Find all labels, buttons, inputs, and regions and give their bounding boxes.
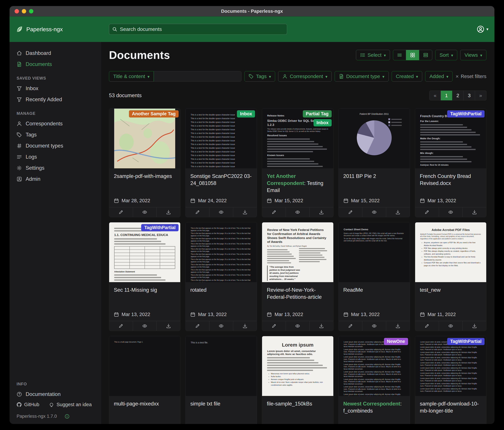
pagination-page-3[interactable]: 3 (464, 91, 475, 100)
document-title[interactable]: ReadMe (343, 287, 405, 294)
document-title[interactable]: Newest Correspondent: f_combineds (343, 400, 405, 414)
view-document-button[interactable] (286, 321, 310, 331)
view-details-button[interactable] (419, 50, 432, 60)
tag-badge-partial-tag[interactable]: Partial Tag (303, 110, 332, 118)
title-content-filter-input[interactable] (154, 71, 242, 82)
document-card[interactable]: 1.1. CONTINUING MEDICAL EDUCAAttestation… (109, 222, 180, 331)
download-document-button[interactable] (463, 321, 486, 331)
edit-document-button[interactable] (109, 321, 133, 331)
document-thumbnail[interactable]: Lorem ipsum dolor sit amet, consectetur … (415, 336, 486, 396)
user-menu[interactable] (477, 25, 488, 33)
edit-document-button[interactable] (339, 207, 362, 217)
document-card[interactable]: Another Sample Tag 2sample-pdf-with-imag… (109, 108, 180, 217)
tag-badge-inbox[interactable]: Inbox (237, 110, 255, 118)
tag-badge-newone[interactable]: NewOne (384, 338, 408, 345)
edit-document-button[interactable] (262, 207, 286, 217)
edit-document-button[interactable] (415, 321, 439, 331)
document-title[interactable]: file-sample_150kBs (267, 400, 328, 407)
search-input[interactable] (120, 26, 284, 32)
sidebar-item-correspondents[interactable]: Correspondents (9, 118, 101, 129)
view-list-button[interactable] (393, 50, 406, 60)
document-thumbnail[interactable]: French Country BreadFor the Leaven:Make … (415, 109, 486, 168)
pagination-prev-button[interactable]: « (429, 91, 441, 100)
download-document-button[interactable] (233, 207, 257, 217)
info-icon[interactable] (64, 414, 70, 419)
document-title[interactable]: simple txt file (190, 400, 252, 407)
edit-document-button[interactable] (262, 321, 286, 331)
reset-filters-button[interactable]: Reset filters (456, 73, 486, 80)
document-title[interactable]: Sonstige ScanPC2022 03-24_081058 (190, 173, 252, 187)
document-card[interactable]: Release NotesSimba ODBC Driver for SQL S… (262, 108, 333, 217)
tag-badge-tagwithpartial[interactable]: TagWithPartial (447, 338, 485, 345)
view-document-button[interactable] (209, 207, 233, 217)
title-content-filter-button[interactable]: Title & content (109, 71, 154, 82)
suggest-idea-link[interactable]: Suggest an idea (49, 402, 92, 407)
github-link[interactable]: GitHub (17, 402, 39, 407)
view-document-button[interactable] (362, 321, 386, 331)
sidebar-item-tags[interactable]: Tags (9, 129, 101, 140)
pagination-next-button[interactable]: » (475, 91, 486, 100)
document-title[interactable]: 2sample-pdf-with-images (114, 173, 176, 180)
edit-document-button[interactable] (339, 321, 362, 331)
view-document-button[interactable] (133, 321, 157, 331)
document-title[interactable]: Sec 11-Missing sig (114, 287, 176, 294)
added-filter-button[interactable]: Added (425, 71, 452, 82)
download-document-button[interactable] (157, 321, 180, 331)
sidebar-item-recently-added[interactable]: Recently Added (9, 94, 101, 105)
sidebar-item-documents[interactable]: Documents (9, 59, 101, 70)
download-document-button[interactable] (157, 207, 180, 217)
document-card[interactable]: Review of New York Federal Petitions for… (262, 222, 333, 331)
select-button[interactable]: Select (356, 50, 390, 60)
correspondent-filter-button[interactable]: Correspondent (278, 71, 332, 82)
document-title[interactable]: 2011 BP Pie 2 (343, 173, 405, 180)
document-thumbnail[interactable]: This is the text that appears on the fir… (186, 222, 257, 282)
document-title[interactable]: sample-pdf-download-10-mb-longer-title (420, 400, 482, 414)
edit-document-button[interactable] (109, 207, 133, 217)
download-document-button[interactable] (463, 207, 486, 217)
tag-badge-tagwithpartial[interactable]: TagWithPartial (447, 110, 485, 118)
document-thumbnail[interactable]: Release NotesSimba ODBC Driver for SQL S… (262, 109, 333, 168)
close-window-button[interactable] (15, 9, 19, 13)
correspondent-link[interactable]: Newest Correspondent (343, 401, 400, 407)
app-brand[interactable]: Paperless-ngx (16, 25, 109, 33)
sidebar-item-dashboard[interactable]: Dashboard (9, 48, 101, 59)
correspondent-link[interactable]: Yet Another Correspondent (267, 173, 304, 186)
document-title[interactable]: test_new (420, 287, 482, 294)
pagination-page-1[interactable]: 1 (441, 91, 452, 100)
sort-button[interactable]: Sort (435, 50, 457, 60)
document-title[interactable]: Review-of-New-York-Federal-Petitions-art… (267, 287, 328, 301)
global-search[interactable] (109, 24, 287, 35)
download-document-button[interactable] (386, 207, 410, 217)
pagination-page-2[interactable]: 2 (452, 91, 464, 100)
tag-badge-tagwithpartial[interactable]: TagWithPartial (141, 224, 179, 231)
zoom-window-button[interactable] (29, 9, 33, 13)
edit-document-button[interactable] (186, 207, 209, 217)
document-card[interactable]: This is a multi page document. Page 1. m… (109, 336, 180, 424)
download-document-button[interactable] (310, 321, 333, 331)
document-title[interactable]: rotated (190, 287, 252, 294)
view-document-button[interactable] (439, 321, 463, 331)
download-document-button[interactable] (310, 207, 333, 217)
document-thumbnail[interactable]: Lorem ipsumLorem ipsum dolor sit amet, c… (262, 336, 333, 396)
view-document-button[interactable] (133, 207, 157, 217)
document-card[interactable]: Lorem ipsum dolor sit amet, consectetur … (339, 336, 410, 424)
document-card[interactable]: Contact Sheet DemoGiven a set of image f… (339, 222, 410, 331)
document-title[interactable]: multi-page-mixedxx (114, 400, 176, 407)
sidebar-item-settings[interactable]: Settings (9, 162, 101, 174)
document-thumbnail[interactable]: This is a test file. (186, 336, 257, 396)
sidebar-item-document-types[interactable]: Document types (9, 140, 101, 151)
tag-badge-inbox[interactable]: Inbox (314, 119, 332, 126)
document-card[interactable]: This is the text that appears on the fir… (185, 222, 257, 331)
document-thumbnail[interactable]: Contact Sheet DemoGiven a set of image f… (339, 222, 410, 282)
tags-filter-button[interactable]: Tags (244, 71, 275, 82)
edit-document-button[interactable] (415, 207, 439, 217)
document-card[interactable]: Lorem ipsum dolor sit amet, consectetur … (415, 336, 486, 424)
document-card[interactable]: This is a test for the double space char… (185, 108, 257, 217)
download-document-button[interactable] (233, 321, 257, 331)
created-filter-button[interactable]: Created (392, 71, 422, 82)
views-button[interactable]: Views (460, 50, 486, 60)
document-type-filter-button[interactable]: Document type (335, 71, 389, 82)
document-card[interactable]: Patient BP Distribution 2011 2011 BP Pie… (339, 108, 410, 217)
minimize-window-button[interactable] (22, 9, 26, 13)
document-thumbnail[interactable]: Patient BP Distribution 2011 (339, 109, 410, 168)
